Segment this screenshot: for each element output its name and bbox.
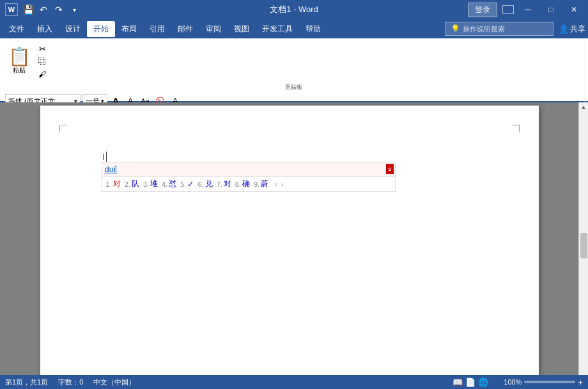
- zoom-in-button[interactable]: +: [578, 377, 583, 387]
- redo-quick-icon[interactable]: ↷: [52, 3, 65, 16]
- candidate-3[interactable]: 3. 堆: [143, 179, 158, 189]
- close-button[interactable]: ✕: [565, 1, 583, 19]
- print-layout-button[interactable]: 📄: [465, 377, 476, 387]
- main-area: I dui S 1. 对: [0, 102, 588, 389]
- document-page: I dui S 1. 对: [40, 106, 539, 389]
- menu-help[interactable]: 帮助: [299, 21, 327, 37]
- share-label: 共享: [570, 24, 585, 35]
- menu-design[interactable]: 设计: [59, 21, 87, 37]
- candidate-8[interactable]: 8. 确: [235, 179, 250, 189]
- sogou-badge: S: [386, 164, 393, 174]
- paste-button[interactable]: 📋 粘贴: [5, 41, 33, 82]
- next-candidates[interactable]: ›: [281, 180, 284, 188]
- text-caret: [106, 152, 107, 162]
- format-painter-button[interactable]: 🖌: [36, 68, 49, 81]
- lightbulb-icon: 💡: [451, 24, 460, 33]
- paste-label: 粘贴: [13, 66, 26, 75]
- menu-references[interactable]: 引用: [143, 21, 171, 37]
- corner-mark-tl: [59, 125, 67, 132]
- zoom-level: 100%: [504, 378, 522, 386]
- candidate-9[interactable]: 9. 蔚: [254, 179, 268, 189]
- candidate-7[interactable]: 7. 对: [217, 179, 231, 189]
- login-button[interactable]: 登录: [468, 3, 497, 17]
- menu-mail[interactable]: 邮件: [171, 21, 199, 37]
- ime-panel: dui S 1. 对 2. 队 3.: [102, 162, 396, 192]
- status-bar: 第1页，共1页 字数：0 中文（中国） 📖 📄 🌐 100% +: [0, 375, 588, 389]
- word-count: 字数：0: [58, 377, 83, 387]
- title-text: 文档1 - Word: [270, 4, 318, 15]
- corner-mark-tr: [512, 125, 520, 132]
- app-window: W 💾 ↶ ↷ ▾ 文档1 - Word 登录 ─ □ ✕ 文件 插入 设计 开…: [0, 0, 588, 389]
- candidate-6[interactable]: 6. 兑: [197, 179, 212, 189]
- restore-button[interactable]: □: [542, 1, 560, 19]
- menu-insert[interactable]: 插入: [31, 21, 59, 37]
- zoom-slider[interactable]: [524, 381, 575, 383]
- lang-info: 中文（中国）: [93, 377, 135, 387]
- candidate-5[interactable]: 5. ✓: [180, 180, 194, 189]
- quick-access-toolbar: 💾 ↶ ↷ ▾: [22, 3, 81, 16]
- search-placeholder: 操作说明搜索: [463, 24, 505, 34]
- title-left: W 💾 ↶ ↷ ▾: [5, 3, 81, 16]
- candidate-1[interactable]: 1. 对: [106, 179, 121, 189]
- scroll-thumb[interactable]: [580, 233, 587, 258]
- menu-home[interactable]: 开始: [87, 21, 115, 37]
- ime-typed-text: dui: [105, 164, 116, 174]
- ime-caret: [116, 165, 116, 174]
- web-layout-button[interactable]: 🌐: [478, 377, 488, 387]
- prev-candidates[interactable]: ‹: [275, 180, 277, 188]
- undo-quick-icon[interactable]: ↶: [37, 3, 50, 16]
- candidate-4[interactable]: 4. 怼: [162, 179, 176, 189]
- title-bar: W 💾 ↶ ↷ ▾ 文档1 - Word 登录 ─ □ ✕: [0, 0, 588, 19]
- person-icon: 👤: [559, 24, 569, 34]
- menu-dev[interactable]: 开发工具: [256, 21, 299, 37]
- cursor-icon: I: [103, 152, 105, 162]
- menu-review[interactable]: 审阅: [199, 21, 228, 37]
- vertical-scrollbar[interactable]: ▲ ▼: [578, 102, 588, 389]
- text-cursor-area: I: [103, 152, 107, 162]
- clipboard-group: 📋 粘贴 ✂ ⿻ 🖌 剪贴板: [3, 40, 585, 93]
- page-info: 第1页，共1页: [5, 377, 48, 387]
- save-quick-icon[interactable]: 💾: [22, 3, 35, 16]
- candidate-2[interactable]: 2. 队: [125, 179, 139, 189]
- ime-candidates-bar: 1. 对 2. 队 3. 堆 4. 怼: [102, 176, 396, 192]
- clipboard-title: 剪贴板: [5, 82, 582, 91]
- window-mode-icon: [502, 5, 514, 14]
- minimize-button[interactable]: ─: [519, 1, 537, 19]
- app-icon: W: [5, 3, 18, 16]
- more-quick-icon[interactable]: ▾: [68, 3, 81, 16]
- menu-layout[interactable]: 布局: [115, 21, 143, 37]
- ribbon: 📋 粘贴 ✂ ⿻ 🖌 剪贴板 等线 (西文正文 ▾: [0, 38, 588, 102]
- ime-input-box: dui S: [102, 162, 396, 176]
- scroll-up-arrow[interactable]: ▲: [579, 102, 589, 112]
- menu-file[interactable]: 文件: [3, 21, 31, 37]
- copy-button[interactable]: ⿻: [36, 55, 49, 68]
- cut-button[interactable]: ✂: [36, 42, 49, 55]
- paste-icon: 📋: [8, 48, 31, 66]
- read-mode-button[interactable]: 📖: [453, 377, 463, 387]
- scroll-track[interactable]: [579, 112, 588, 379]
- share-button[interactable]: 👤 共享: [559, 24, 585, 35]
- menu-view[interactable]: 视图: [228, 21, 256, 37]
- menu-bar: 文件 插入 设计 开始 布局 引用 邮件 审阅 视图 开发工具 帮助 💡 操作说…: [0, 19, 588, 38]
- document-scroll-area: I dui S 1. 对: [0, 102, 578, 389]
